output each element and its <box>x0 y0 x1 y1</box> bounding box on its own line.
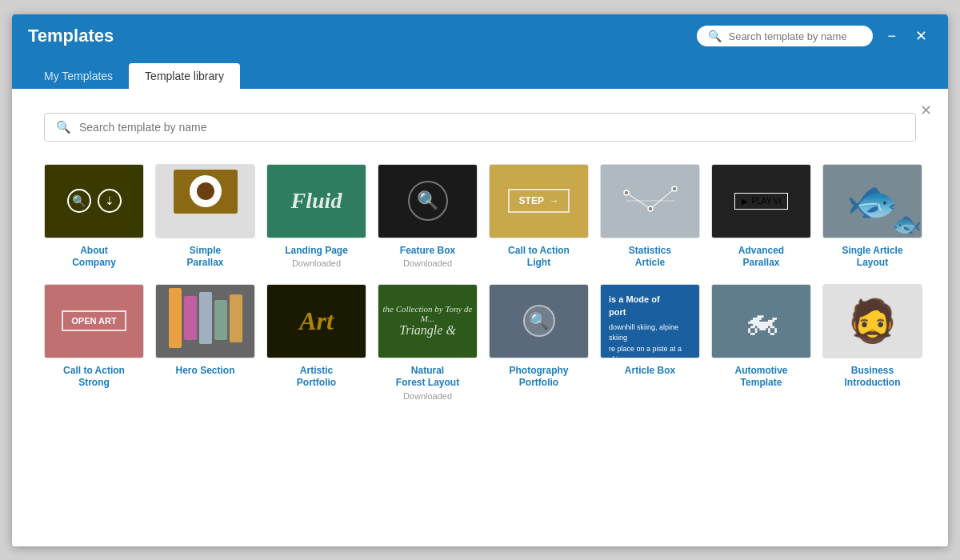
person-icon: 🧔 <box>846 297 898 346</box>
landing-page-logo: Fluid <box>291 188 342 214</box>
template-name-simple-parallax: SimpleParallax <box>186 245 223 270</box>
header-tabs: My Templates Template library <box>28 58 932 89</box>
about-search-icon: 🔍 <box>67 189 91 213</box>
template-status-feature-box: Downloaded <box>403 258 452 268</box>
template-name-automotive: AutomotiveTemplate <box>735 365 788 390</box>
template-item-cta-light[interactable]: STEP → Call to ActionLight <box>489 164 589 270</box>
template-name-about-company: AboutCompany <box>72 245 116 270</box>
photography-search-icon: 🔍 <box>523 305 555 337</box>
feature-box-search-icon: 🔍 <box>408 181 448 221</box>
header-search-box[interactable]: 🔍 <box>697 26 873 46</box>
template-name-artistic-portfolio: ArtisticPortfolio <box>297 365 336 390</box>
template-item-feature-box[interactable]: 🔍 Feature Box Downloaded <box>378 164 478 270</box>
cta-step-label: STEP → <box>508 189 570 213</box>
svg-point-4 <box>648 206 653 211</box>
template-name-cta-strong: Call to ActionStrong <box>63 365 125 390</box>
template-thumb-about-company: 🔍 ⇣ <box>44 164 144 238</box>
template-item-cta-strong[interactable]: OPEN ART Call to ActionStrong <box>44 284 144 401</box>
template-name-advanced-parallax: AdvancedParallax <box>738 245 784 270</box>
svg-line-2 <box>650 189 674 209</box>
template-item-statistics-article[interactable]: StatisticsArticle <box>600 164 700 270</box>
template-thumb-artistic-portfolio: Art <box>266 284 366 358</box>
template-item-article-box[interactable]: is a Mode ofport downhill skiing, alpine… <box>600 284 700 401</box>
template-item-simple-parallax[interactable]: SimpleParallax <box>155 164 255 270</box>
template-name-article-box: Article Box <box>625 365 675 378</box>
artistic-logo-text: Art <box>299 306 334 336</box>
minimize-button[interactable]: − <box>882 27 901 45</box>
window-title: Templates <box>28 26 114 46</box>
template-status-natural-forest: Downloaded <box>403 391 452 401</box>
template-name-statistics-article: StatisticsArticle <box>629 245 671 270</box>
article-box-content: is a Mode ofport downhill skiing, alpine… <box>609 293 691 358</box>
about-download-icon: ⇣ <box>98 189 122 213</box>
template-thumb-simple-parallax <box>155 164 255 238</box>
template-name-single-article: Single ArticleLayout <box>842 245 902 270</box>
template-thumb-hero-section <box>155 284 255 358</box>
open-art-label: OPEN ART <box>62 310 126 331</box>
header: Templates 🔍 − ✕ My Templates Template li… <box>12 14 948 89</box>
window-close-button[interactable]: ✕ <box>910 27 932 45</box>
template-thumb-cta-light: STEP → <box>489 164 589 238</box>
template-name-photography-portfolio: PhotographyPortfolio <box>510 365 569 390</box>
template-item-business-intro[interactable]: 🧔 BusinessIntroduction <box>822 284 922 401</box>
template-name-landing-page: Landing Page <box>285 245 348 258</box>
header-search-input[interactable] <box>728 30 862 42</box>
svg-point-5 <box>672 186 677 191</box>
template-thumb-natural-forest: the Collection by Tony de M...Triangle & <box>378 284 478 358</box>
template-thumb-automotive: 🏍 <box>711 284 811 358</box>
header-search-icon: 🔍 <box>708 30 722 42</box>
content-close-button[interactable]: ✕ <box>920 102 932 119</box>
template-name-feature-box: Feature Box <box>400 245 455 258</box>
template-thumb-business-intro: 🧔 <box>822 284 922 358</box>
template-thumb-cta-strong: OPEN ART <box>44 284 144 358</box>
motorcycle-icon: 🏍 <box>744 301 779 341</box>
content-area: ✕ 🔍 🔍 ⇣ AboutCompany <box>12 89 948 546</box>
template-status-landing-page: Downloaded <box>292 258 341 268</box>
template-thumb-advanced-parallax: ▶ PLAY VI <box>711 164 811 238</box>
template-name-natural-forest: NaturalForest Layout <box>396 365 459 390</box>
header-controls: 🔍 − ✕ <box>697 26 932 46</box>
template-item-natural-forest[interactable]: the Collection by Tony de M...Triangle &… <box>378 284 478 401</box>
play-video-label: ▶ PLAY VI <box>734 193 789 210</box>
template-item-artistic-portfolio[interactable]: Art ArtisticPortfolio <box>266 284 366 401</box>
template-name-business-intro: BusinessIntroduction <box>845 365 901 390</box>
svg-point-3 <box>624 190 629 195</box>
templates-window: Templates 🔍 − ✕ My Templates Template li… <box>12 14 948 546</box>
template-thumb-feature-box: 🔍 <box>378 164 478 238</box>
templates-grid: 🔍 ⇣ AboutCompany <box>44 164 916 401</box>
tab-template-library[interactable]: Template library <box>129 63 240 89</box>
template-name-hero-section: Hero Section <box>175 365 234 378</box>
template-item-automotive[interactable]: 🏍 AutomotiveTemplate <box>711 284 811 401</box>
template-thumb-landing-page: Fluid <box>266 164 366 238</box>
main-search-input[interactable] <box>79 121 904 134</box>
template-item-advanced-parallax[interactable]: ▶ PLAY VI AdvancedParallax <box>711 164 811 270</box>
template-item-about-company[interactable]: 🔍 ⇣ AboutCompany <box>44 164 144 270</box>
template-thumb-photography-portfolio: 🔍 <box>489 284 589 358</box>
statistics-chart <box>618 177 682 225</box>
template-name-cta-light: Call to ActionLight <box>508 245 570 270</box>
template-thumb-article-box: is a Mode ofport downhill skiing, alpine… <box>600 284 700 358</box>
play-icon: ▶ <box>742 197 748 206</box>
main-search-icon: 🔍 <box>56 120 71 134</box>
template-thumb-statistics-article <box>600 164 700 238</box>
template-thumb-single-article: 🐟 🐟 <box>822 164 922 238</box>
header-top: Templates 🔍 − ✕ <box>28 14 932 58</box>
main-search-box[interactable]: 🔍 <box>44 113 916 142</box>
template-item-landing-page[interactable]: Fluid Landing Page Downloaded <box>266 164 366 270</box>
natural-forest-text: the Collection by Tony de M...Triangle & <box>378 304 477 338</box>
template-item-hero-section[interactable]: Hero Section <box>155 284 255 401</box>
template-item-single-article[interactable]: 🐟 🐟 Single ArticleLayout <box>822 164 922 270</box>
template-item-photography-portfolio[interactable]: 🔍 PhotographyPortfolio <box>489 284 589 401</box>
tab-my-templates[interactable]: My Templates <box>28 63 129 89</box>
